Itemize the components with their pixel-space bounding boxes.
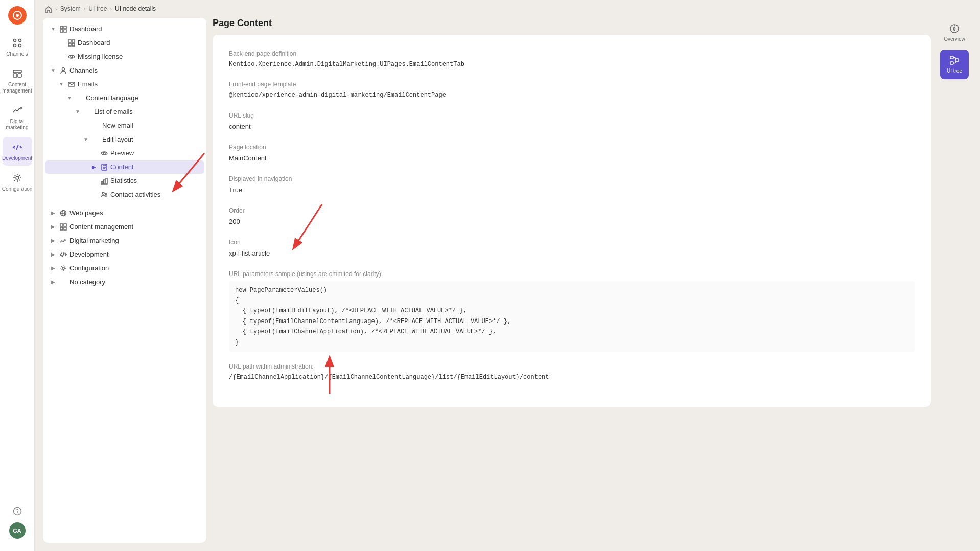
tree-item-development-nav[interactable]: ▶ Development xyxy=(45,248,204,261)
overview-icon xyxy=(949,23,960,34)
content-wrapper: ▼ Dashboard ▶ xyxy=(35,18,980,551)
breadcrumb-system[interactable]: System xyxy=(60,5,81,12)
sidebar-item-configuration[interactable]: Configuration xyxy=(3,168,32,196)
svg-rect-40 xyxy=(60,227,63,230)
field-order: Order 200 xyxy=(229,206,915,227)
label-page-location: Page location xyxy=(229,143,915,152)
contact-icon xyxy=(100,191,108,199)
breadcrumb-sep2: › xyxy=(84,6,86,12)
field-page-location: Page location MainContent xyxy=(229,143,915,164)
ui-tree-icon xyxy=(949,55,960,66)
svg-rect-41 xyxy=(64,227,66,230)
breadcrumb-sep1: › xyxy=(55,6,57,12)
right-panel-overview-label: Overview xyxy=(944,36,965,42)
code-icon xyxy=(59,250,67,259)
tree-item-dashboard-group[interactable]: ▼ Dashboard xyxy=(45,22,204,36)
tree-item-statistics[interactable]: ▶ Statistics xyxy=(45,174,204,188)
sidebar-item-digital-marketing[interactable]: Digital marketing xyxy=(3,100,32,135)
tree-item-content[interactable]: ▶ Content xyxy=(45,160,204,174)
main-area: › System › UI tree › UI node details ▼ xyxy=(35,0,980,551)
tree-item-emails[interactable]: ▼ Emails xyxy=(45,78,204,91)
tree-label-emails: Emails xyxy=(78,80,200,88)
svg-point-33 xyxy=(102,192,104,194)
field-displayed-nav: Displayed in navigation True xyxy=(229,174,915,196)
web-icon xyxy=(59,209,67,217)
sidebar-icons: Channels Content management Digital mark… xyxy=(0,0,35,551)
svg-point-10 xyxy=(16,176,19,179)
tree-label-preview: Preview xyxy=(110,149,200,157)
breadcrumb-current: UI node details xyxy=(115,5,156,12)
toggle-config: ▶ xyxy=(49,264,57,272)
svg-point-3 xyxy=(18,39,21,42)
preview-icon xyxy=(100,149,108,157)
tree-item-web-pages[interactable]: ▶ Web pages xyxy=(45,206,204,220)
tree-label-cm: Content management xyxy=(69,223,200,231)
svg-rect-8 xyxy=(18,74,21,77)
value-icon: xp-l-list-article xyxy=(229,248,915,259)
svg-rect-32 xyxy=(106,178,107,184)
tree-item-contact-activities[interactable]: ▶ Contact activities xyxy=(45,188,204,201)
field-backend-def: Back-end page definition Kentico.Xperien… xyxy=(229,49,915,70)
eye-icon xyxy=(67,53,76,61)
toggle-emails: ▼ xyxy=(57,80,65,88)
svg-point-34 xyxy=(105,193,107,194)
user-avatar[interactable]: GA xyxy=(9,522,26,539)
tree-item-configuration-nav[interactable]: ▶ Configuration xyxy=(45,262,204,275)
breadcrumb-sep3: › xyxy=(110,6,112,12)
right-panel-overview[interactable]: Overview xyxy=(940,18,969,48)
toggle-edit-layout: ▼ xyxy=(82,135,90,144)
field-url-params: URL parameters sample (usings are ommite… xyxy=(229,269,915,352)
value-backend-def: Kentico.Xperience.Admin.DigitalMarketing… xyxy=(229,60,915,70)
field-url-path: URL path within administration: /{EmailC… xyxy=(229,362,915,382)
sidebar-item-content-management[interactable]: Content management xyxy=(3,63,32,98)
svg-point-1 xyxy=(16,14,19,17)
svg-point-43 xyxy=(62,267,64,269)
tree-item-missing-license[interactable]: ▶ Missing license xyxy=(45,50,204,63)
app-logo[interactable] xyxy=(8,6,27,25)
tree-item-edit-layout[interactable]: ▼ x Edit layout xyxy=(45,133,204,146)
svg-line-9 xyxy=(16,145,18,150)
nav-tree-panel: ▼ Dashboard ▶ xyxy=(43,18,206,543)
tree-label-channels: Channels xyxy=(69,66,200,74)
toggle-content-lang: ▼ xyxy=(65,94,74,102)
svg-point-23 xyxy=(62,67,65,70)
tree-item-list-of-emails[interactable]: ▼ x List of emails xyxy=(45,105,204,119)
marketing-icon2 xyxy=(59,237,67,245)
sidebar-item-channels[interactable]: Channels xyxy=(3,33,32,61)
toggle-web-pages: ▶ xyxy=(49,209,57,217)
toggle-dev: ▶ xyxy=(49,250,57,259)
sidebar-bottom: GA xyxy=(9,504,26,545)
breadcrumb-ui-tree[interactable]: UI tree xyxy=(88,5,107,12)
sidebar-label-dev: Development xyxy=(2,155,32,162)
code-url-params: new PageParameterValues(){ { typeof(Emai… xyxy=(229,281,915,352)
gear-icon xyxy=(59,264,67,272)
svg-rect-31 xyxy=(104,180,105,184)
tree-label-statistics: Statistics xyxy=(110,177,200,185)
label-url-slug: URL slug xyxy=(229,111,915,121)
tree-item-new-email[interactable]: ▶ x New email xyxy=(45,119,204,132)
tree-item-dashboard[interactable]: ▶ Dashboard xyxy=(45,36,204,50)
breadcrumb-home[interactable] xyxy=(45,5,52,13)
tree-item-content-management-nav[interactable]: ▶ Content management xyxy=(45,220,204,234)
sidebar-label-marketing: Digital marketing xyxy=(6,119,29,131)
toggle-dm: ▶ xyxy=(49,237,57,245)
right-panel-uitree-label: UI tree xyxy=(947,68,962,74)
tree-item-preview[interactable]: ▶ Preview xyxy=(45,147,204,160)
info-icon[interactable] xyxy=(10,504,25,518)
right-panel-ui-tree[interactable]: UI tree xyxy=(940,50,969,79)
value-frontend-tmpl: @kentico/xperience-admin-digital-marketi… xyxy=(229,90,915,100)
tree-item-content-language[interactable]: ▼ x Content language xyxy=(45,91,204,105)
tree-item-digital-marketing-nav[interactable]: ▶ Digital marketing xyxy=(45,234,204,247)
value-url-slug: content xyxy=(229,122,915,132)
sidebar-item-development[interactable]: Development xyxy=(3,137,32,166)
svg-rect-20 xyxy=(68,43,71,46)
tree-item-channels-group[interactable]: ▼ Channels xyxy=(45,64,204,77)
grid-icon xyxy=(59,25,67,33)
field-frontend-tmpl: Front-end page template @kentico/xperien… xyxy=(229,80,915,100)
svg-rect-21 xyxy=(72,43,75,46)
breadcrumb: › System › UI tree › UI node details xyxy=(35,0,980,18)
tree-label-list-emails: List of emails xyxy=(94,108,200,116)
content-icon xyxy=(11,67,24,80)
svg-rect-18 xyxy=(68,40,71,42)
tree-item-no-category[interactable]: ▶ x No category xyxy=(45,276,204,289)
